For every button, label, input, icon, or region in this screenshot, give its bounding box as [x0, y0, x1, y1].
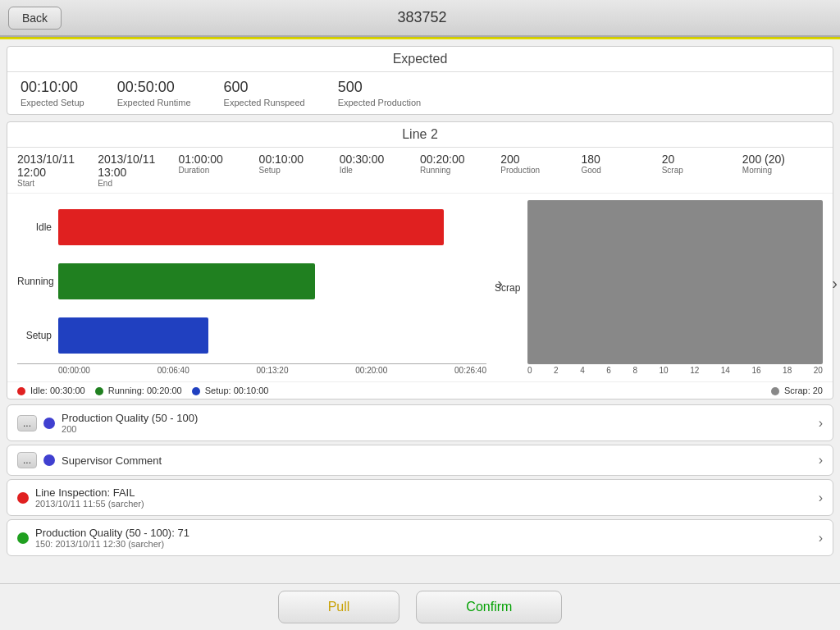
bar-x-label: 00:13:20	[257, 366, 289, 375]
expected-runtime-label: Expected Runtime	[117, 98, 191, 107]
list-item-arrow[interactable]: ›	[819, 531, 823, 546]
scrap-legend: Scrap: 20	[771, 386, 823, 395]
scrap-x-label: 18	[783, 366, 792, 375]
stat-value: 2013/10/11 13:00	[98, 153, 178, 179]
stat-value: 200 (20)	[742, 153, 823, 166]
bar-track	[58, 209, 486, 245]
expected-setup-value: 00:10:00	[21, 79, 84, 96]
item-dot	[43, 454, 55, 466]
stat-value: 00:30:00	[340, 153, 420, 166]
item-dot	[17, 492, 29, 504]
bar-label: Setup	[17, 330, 58, 341]
scrap-chart-next-arrow[interactable]: ›	[832, 274, 838, 293]
item-title: Line Inspection: FAIL	[35, 486, 144, 499]
stat-label: Production	[500, 166, 581, 175]
expected-production-label: Expected Production	[338, 98, 422, 107]
line2-header: Line 2	[7, 122, 833, 148]
pull-button[interactable]: Pull	[278, 591, 400, 623]
ellipsis-button[interactable]: ...	[17, 452, 37, 468]
bar-label: Running	[17, 276, 58, 287]
item-dot	[17, 532, 29, 544]
expected-production: 500 Expected Production	[338, 79, 422, 107]
list-item[interactable]: ... Supervisor Comment ›	[7, 445, 833, 476]
bar-x-label: 00:00:00	[58, 366, 90, 375]
scrap-chart-area	[527, 200, 823, 364]
list-item-left: Production Quality (50 - 100): 71 150: 2…	[17, 527, 819, 549]
setup-dot	[192, 387, 200, 395]
list-item[interactable]: Production Quality (50 - 100): 71 150: 2…	[7, 519, 833, 556]
idle-legend: Idle: 00:30:00	[17, 386, 85, 395]
stat-value: 01:00:00	[178, 153, 258, 166]
list-item[interactable]: ... Production Quality (50 - 100) 200 ›	[7, 404, 833, 441]
scrap-x-label: 16	[751, 366, 760, 375]
item-title: Supervisor Comment	[62, 454, 162, 467]
line2-panel: Line 2 2013/10/11 12:00Start2013/10/11 1…	[7, 121, 833, 399]
bar-row: Setup	[17, 308, 486, 363]
bar-x-label: 00:26:40	[454, 366, 486, 375]
list-item-left: ... Production Quality (50 - 100) 200	[17, 412, 819, 434]
main-content: Expected 00:10:00 Expected Setup 00:50:0…	[0, 39, 840, 630]
expected-panel: Expected 00:10:00 Expected Setup 00:50:0…	[7, 46, 833, 115]
list-item-arrow[interactable]: ›	[819, 453, 823, 468]
bar-chart-area: Idle Running Setup	[17, 200, 486, 364]
line2-stats: 2013/10/11 12:00Start2013/10/11 13:00End…	[7, 148, 833, 194]
stat-label: Duration	[178, 166, 258, 175]
expected-production-value: 500	[338, 79, 422, 96]
item-content: Supervisor Comment	[62, 454, 162, 467]
stat-item: 200 (20)Morning	[742, 153, 823, 188]
list-item[interactable]: Line Inspection: FAIL 2013/10/11 11:55 (…	[7, 479, 833, 516]
expected-setup-label: Expected Setup	[21, 98, 84, 107]
running-legend: Running: 00:20:00	[95, 386, 182, 395]
stat-value: 00:20:00	[420, 153, 500, 166]
confirm-button[interactable]: Confirm	[416, 591, 562, 623]
item-title: Production Quality (50 - 100): 71	[35, 527, 189, 539]
bar-fill	[58, 209, 444, 245]
stat-item: 2013/10/11 13:00End	[98, 153, 178, 188]
scrap-x-label: 10	[659, 366, 668, 375]
scrap-x-label: 6	[606, 366, 611, 375]
back-button[interactable]: Back	[8, 7, 62, 30]
scrap-x-label: 14	[721, 366, 730, 375]
bar-x-label: 00:06:40	[158, 366, 189, 375]
bottom-bar: Pull Confirm	[0, 583, 840, 630]
stat-value: 20	[662, 153, 742, 166]
scrap-dot	[771, 387, 779, 395]
expected-runspeed-value: 600	[224, 79, 305, 96]
list-item-arrow[interactable]: ›	[819, 416, 823, 431]
ellipsis-button[interactable]: ...	[17, 415, 37, 431]
scrap-x-axis: 02468101214161820	[527, 366, 823, 375]
expected-header: Expected	[7, 47, 833, 72]
stat-value: 00:10:00	[259, 153, 340, 166]
stat-label: End	[98, 179, 178, 188]
page-title: 383752	[62, 9, 783, 26]
stat-label: Idle	[340, 166, 420, 175]
stat-label: Running	[420, 166, 500, 175]
bar-fill	[58, 263, 315, 299]
legend-left: Idle: 00:30:00 Running: 00:20:00 Setup: …	[17, 386, 758, 395]
item-subtitle: 200	[62, 424, 198, 434]
top-bar: Back 383752	[0, 0, 840, 36]
scrap-x-label: 2	[554, 366, 559, 375]
stat-item: 200Production	[500, 153, 581, 188]
bar-fill	[58, 317, 208, 354]
bar-label: Idle	[17, 221, 58, 233]
stat-value: 2013/10/11 12:00	[17, 153, 98, 179]
item-subtitle: 150: 2013/10/11 12:30 (sarcher)	[35, 539, 189, 549]
bar-track	[58, 263, 486, 299]
stat-item: 00:10:00Setup	[259, 153, 340, 188]
item-content: Production Quality (50 - 100) 200	[62, 412, 198, 434]
scrap-x-label: 0	[527, 366, 532, 375]
item-content: Production Quality (50 - 100): 71 150: 2…	[35, 527, 189, 549]
stat-value: 200	[500, 153, 581, 166]
bar-track	[58, 317, 486, 354]
bar-x-label: 00:20:00	[355, 366, 387, 375]
list-items: ... Production Quality (50 - 100) 200 › …	[7, 404, 833, 556]
legend-row: Idle: 00:30:00 Running: 00:20:00 Setup: …	[7, 381, 833, 399]
scrap-x-label: 8	[632, 366, 637, 375]
list-item-arrow[interactable]: ›	[819, 491, 823, 505]
stat-label: Good	[581, 166, 661, 175]
list-item-left: Line Inspection: FAIL 2013/10/11 11:55 (…	[17, 486, 819, 509]
expected-runspeed: 600 Expected Runspeed	[224, 79, 305, 107]
item-subtitle: 2013/10/11 11:55 (sarcher)	[35, 499, 144, 509]
bar-row: Running	[17, 254, 486, 308]
